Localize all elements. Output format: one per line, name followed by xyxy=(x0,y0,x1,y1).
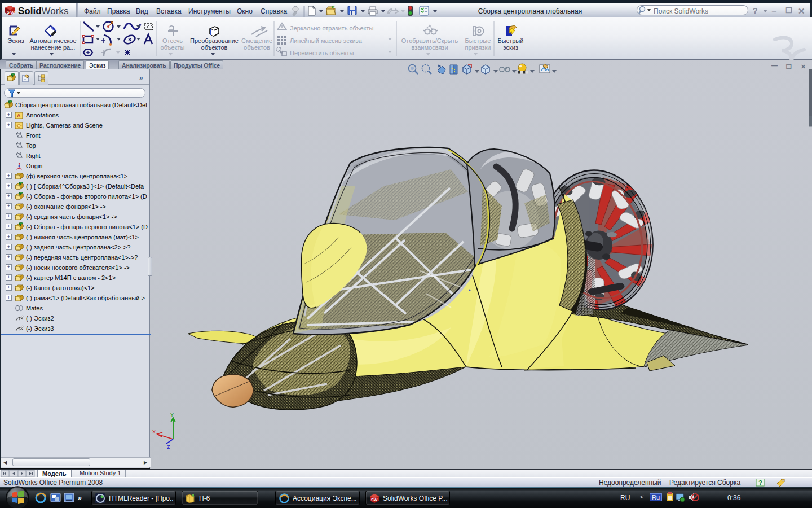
svg-text:?: ? xyxy=(758,479,762,486)
svg-text:SW: SW xyxy=(371,498,378,502)
svg-text:»: » xyxy=(78,493,82,502)
svg-text:Y: Y xyxy=(170,412,174,418)
svg-text:W: W xyxy=(10,10,15,15)
svg-text:S: S xyxy=(7,10,10,15)
svg-text:Z: Z xyxy=(167,444,170,450)
svg-text:X: X xyxy=(152,429,156,435)
